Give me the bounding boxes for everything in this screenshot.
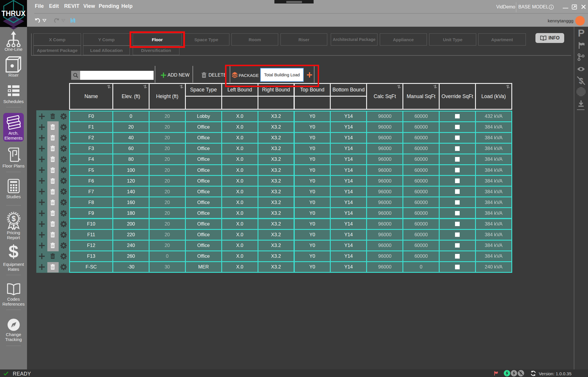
svg-text:$: $ [12, 214, 16, 223]
svg-text:THRUX: THRUX [1, 9, 26, 18]
